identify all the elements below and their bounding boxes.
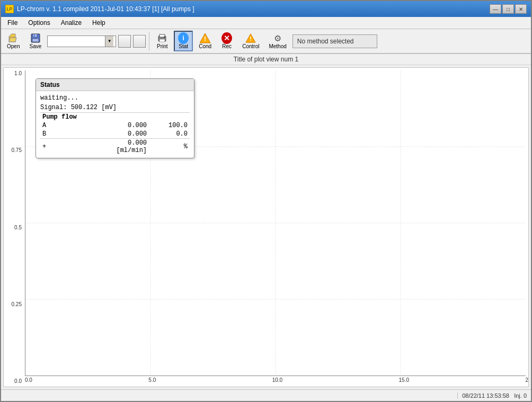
plot-area[interactable]: 1.0 0.75 0.5 0.25 0.0 [3, 67, 529, 387]
cond-icon: ! [200, 33, 210, 43]
inj-value: 0 [524, 392, 527, 399]
minimize-button[interactable]: — [490, 4, 501, 14]
pump-a-value: 0.000 [95, 121, 149, 130]
stat-label: Stat [179, 43, 188, 49]
plot-title: Title of plot view num 1 [1, 54, 531, 65]
y-label-025: 0.25 [5, 301, 24, 307]
title-bar: LP LP-chrom v. 1.1 compiled 2011-Jul-01 … [1, 1, 531, 17]
y-label-05: 0.5 [5, 225, 24, 230]
method-dropdown[interactable]: ▼ [47, 35, 116, 47]
pump-plus-pct: % [149, 139, 190, 155]
x-label-10: 10.0 [272, 377, 282, 383]
small-btn-2[interactable] [133, 35, 146, 48]
title-bar-left: LP LP-chrom v. 1.1 compiled 2011-Jul-01 … [5, 5, 194, 13]
y-label-0: 0.0 [5, 378, 24, 384]
menu-analize[interactable]: Analize [57, 18, 86, 28]
pump-b-label: B [40, 130, 95, 139]
cond-label: Cond [199, 43, 211, 49]
pump-b-value: 0.000 [95, 130, 149, 139]
rec-icon: ✕ [221, 33, 232, 43]
signal-label: Signal: [40, 104, 67, 111]
x-label-5: 5.0 [148, 377, 156, 383]
window-title: LP-chrom v. 1.1 compiled 2011-Jul-01 10:… [17, 5, 194, 13]
stat-button[interactable]: i Stat [174, 31, 193, 51]
plot-title-text: Title of plot view num 1 [234, 56, 298, 63]
x-label-2: 2 [525, 377, 528, 383]
status-panel-title: Status [36, 79, 194, 91]
rec-label: Rec [222, 43, 232, 49]
dropdown-arrow-icon[interactable]: ▼ [105, 36, 113, 47]
control-label: Control [242, 43, 259, 49]
separator-1 [149, 32, 149, 51]
pump-table: Pump flow A 0.000 100.0 B 0.000 0.0 [40, 112, 190, 155]
small-btn-1[interactable] [118, 35, 131, 48]
method-status-text: No method selected [297, 38, 354, 45]
menu-bar: File Options Analize Help [1, 17, 531, 29]
menu-options[interactable]: Options [24, 18, 54, 28]
app-icon: LP [5, 5, 14, 13]
x-axis: 0.0 5.0 10.0 15.0 2 [25, 376, 528, 387]
pump-b-pct: 0.0 [149, 130, 190, 139]
signal-unit: [mV] [101, 104, 117, 111]
status-bar: 08/22/11 13:53:58 Inj. 0 [1, 389, 531, 401]
inj-label: Inj. [514, 392, 522, 399]
control-button[interactable]: ! Control [238, 31, 263, 51]
save-icon [30, 33, 41, 43]
method-button[interactable]: ⚙ Method [265, 31, 290, 51]
maximize-button[interactable]: □ [502, 4, 514, 14]
x-label-15: 15.0 [399, 377, 409, 383]
status-bar-datetime: 08/22/11 13:53:58 Inj. 0 [457, 392, 527, 399]
rec-button[interactable]: ✕ Rec [217, 31, 236, 51]
pump-a-pct: 100.0 [149, 121, 190, 130]
y-label-075: 0.75 [5, 147, 24, 153]
save-button[interactable]: Save [25, 31, 45, 51]
svg-text:!: ! [204, 35, 206, 43]
pump-plus-value: 0.000 [ml/min] [95, 139, 149, 155]
status-panel: Status waiting... Signal: 500.122 [mV] P… [36, 78, 194, 158]
close-button[interactable]: ✕ [515, 4, 527, 14]
svg-rect-3 [32, 39, 39, 42]
pump-plus-label: + [40, 139, 95, 155]
stat-icon: i [178, 33, 189, 43]
y-axis: 1.0 0.75 0.5 0.25 0.0 [4, 68, 25, 387]
signal-row: Signal: 500.122 [mV] [40, 104, 190, 111]
y-label-1: 1.0 [5, 70, 24, 76]
datetime-text: 08/22/11 13:53:58 [462, 392, 509, 399]
menu-help[interactable]: Help [88, 18, 110, 28]
print-icon [157, 33, 167, 43]
status-panel-content: waiting... Signal: 500.122 [mV] Pump flo… [36, 91, 194, 158]
control-icon: ! [245, 33, 256, 43]
cond-button[interactable]: ! Cond [195, 31, 215, 51]
main-area: 1.0 0.75 0.5 0.25 0.0 [1, 65, 531, 389]
main-window: LP LP-chrom v. 1.1 compiled 2011-Jul-01 … [0, 0, 532, 402]
pump-a-label: A [40, 121, 95, 130]
x-label-0: 0.0 [25, 377, 32, 383]
menu-file[interactable]: File [3, 18, 22, 28]
open-icon [8, 33, 19, 43]
open-button[interactable]: Open [3, 31, 23, 51]
open-label: Open [7, 43, 20, 49]
pump-flow-header: Pump flow [40, 113, 190, 122]
svg-text:!: ! [250, 35, 252, 42]
waiting-text: waiting... [40, 94, 190, 102]
method-icon: ⚙ [272, 33, 283, 43]
title-bar-buttons: — □ ✕ [490, 4, 527, 14]
print-button[interactable]: Print [153, 31, 172, 51]
svg-rect-7 [159, 39, 165, 42]
method-label: Method [269, 43, 286, 49]
save-label: Save [29, 43, 41, 49]
print-label: Print [157, 43, 168, 49]
svg-rect-4 [34, 34, 35, 37]
svg-rect-8 [164, 37, 165, 38]
method-status-display: No method selected [292, 34, 377, 48]
toolbar: Open Save ▼ [1, 29, 531, 54]
signal-value: 500.122 [71, 104, 97, 111]
